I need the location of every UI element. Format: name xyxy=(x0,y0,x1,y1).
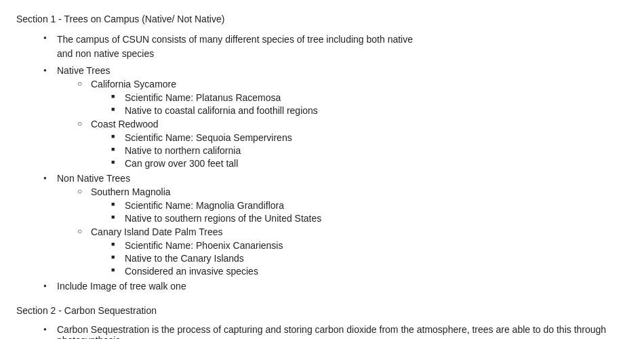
list-item: Considered an invasive species xyxy=(111,266,628,277)
non-native-trees-sublist: Southern Magnolia Scientific Name: Magno… xyxy=(77,186,628,277)
document-container: Section 1 - Trees on Campus (Native/ Not… xyxy=(16,14,628,339)
intro-text: The campus of CSUN consists of many diff… xyxy=(57,34,413,59)
southern-magnolia-label: Southern Magnolia xyxy=(91,186,171,197)
california-sycamore-label: California Sycamore xyxy=(91,79,176,89)
list-item-california-sycamore: California Sycamore Scientific Name: Pla… xyxy=(77,79,628,116)
list-item: Scientific Name: Phoenix Canariensis xyxy=(111,240,628,251)
list-item-southern-magnolia: Southern Magnolia Scientific Name: Magno… xyxy=(77,186,628,224)
list-item: Scientific Name: Magnolia Grandiflora xyxy=(111,200,628,211)
list-item: Scientific Name: Platanus Racemosa xyxy=(111,92,628,103)
list-item-coast-redwood: Coast Redwood Scientific Name: Sequoia S… xyxy=(77,119,628,169)
list-item-canary-island: Canary Island Date Palm Trees Scientific… xyxy=(77,226,628,277)
list-item-non-native-trees: Non Native Trees Southern Magnolia Scien… xyxy=(43,173,628,277)
southern-magnolia-details: Scientific Name: Magnolia Grandiflora Na… xyxy=(111,200,628,224)
section-1-title: Section 1 - Trees on Campus (Native/ Not… xyxy=(16,14,628,24)
coast-redwood-label: Coast Redwood xyxy=(91,119,159,129)
coast-redwood-details: Scientific Name: Sequoia Sempervirens Na… xyxy=(111,132,628,169)
list-item: Native to coastal california and foothil… xyxy=(111,105,628,116)
list-item: Can grow over 300 feet tall xyxy=(111,158,628,169)
section-2-title: Section 2 - Carbon Sequestration xyxy=(16,305,628,316)
list-item: Native to southern regions of the United… xyxy=(111,213,628,224)
california-sycamore-details: Scientific Name: Platanus Racemosa Nativ… xyxy=(111,92,628,116)
list-item-image: Include Image of tree walk one xyxy=(43,281,628,292)
native-trees-label: Native Trees xyxy=(57,65,110,76)
section-1-main-list: The campus of CSUN consists of many diff… xyxy=(43,33,628,292)
list-item: Native to northern california xyxy=(111,145,628,156)
native-trees-sublist: California Sycamore Scientific Name: Pla… xyxy=(77,79,628,169)
section-1-block: Section 1 - Trees on Campus (Native/ Not… xyxy=(16,14,628,292)
list-item: Carbon Sequestration is the process of c… xyxy=(43,324,628,339)
canary-island-label: Canary Island Date Palm Trees xyxy=(91,226,223,237)
section-2-block: Section 2 - Carbon Sequestration Carbon … xyxy=(16,305,628,339)
list-item-native-trees: Native Trees California Sycamore Scienti… xyxy=(43,65,628,169)
section-2-main-list: Carbon Sequestration is the process of c… xyxy=(43,324,628,339)
list-item: Native to the Canary Islands xyxy=(111,253,628,264)
list-item: Scientific Name: Sequoia Sempervirens xyxy=(111,132,628,143)
canary-island-details: Scientific Name: Phoenix Canariensis Nat… xyxy=(111,240,628,277)
non-native-trees-label: Non Native Trees xyxy=(57,173,130,184)
list-item: The campus of CSUN consists of many diff… xyxy=(43,33,628,61)
